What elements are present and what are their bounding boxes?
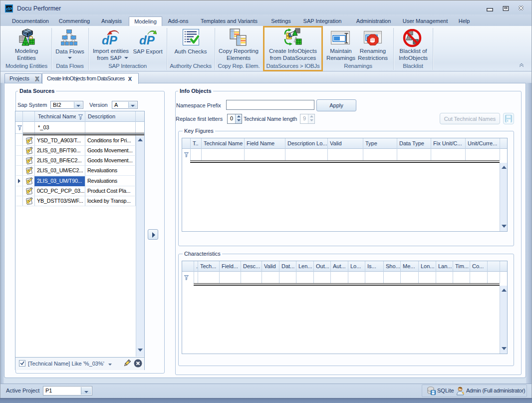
svg-text:dP: dP [139,33,155,46]
svg-text:dP: dP [6,6,12,11]
svg-text:dP: dP [102,33,118,46]
svg-text:X: X [128,76,132,81]
svg-text:X: X [35,76,39,81]
